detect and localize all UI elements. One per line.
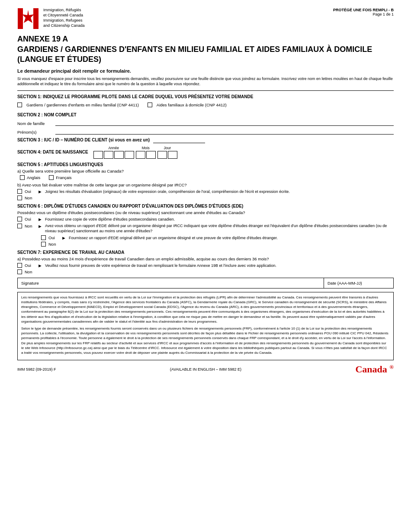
section7-header: SECTION 7: EXPERIENCE DE TRAVAIL AU CANA… [17, 250, 394, 255]
section5-oui-desc: Joignez les résultats d'évaluation (orig… [45, 189, 394, 194]
section6-header: SECTION 6 : DIPLÔME D'ÉTUDES CANADIEN OU… [17, 204, 394, 208]
section7-non-checkbox[interactable] [17, 269, 22, 274]
francais-label: Français [56, 175, 71, 180]
section6-oui-label: Oui [25, 217, 35, 221]
section7-oui-arrow: ► [38, 263, 42, 268]
section6-sub-block: Oui ► Fournissez un rapport d'EDE origin… [41, 235, 394, 247]
section6-sub-oui-desc: Fournissez un rapport d'EDE original dél… [69, 235, 394, 240]
jour-cell2[interactable] [168, 151, 177, 159]
section3-input[interactable] [153, 137, 205, 143]
signature-label: Signature [21, 281, 39, 285]
page-header: Immigration, Réfugiés et Citoyenneté Can… [17, 8, 394, 29]
signature-right: Date (AAA-MM-JJ) [324, 278, 393, 288]
lang-checkboxes: Anglais Français [20, 175, 394, 180]
annee-cell2[interactable] [104, 151, 113, 159]
section3-header: SECTION 3 : IUC / ID – NUMÉRO DE CLIENT … [17, 138, 150, 142]
section6-sub-oui-label: Oui [48, 235, 59, 240]
annexe-title: ANNEXE 19 A [17, 35, 394, 44]
jour-cell1[interactable] [157, 151, 167, 159]
nom-field-row: Nom de famille [17, 120, 394, 126]
section5-qa-label: a) Quelle sera votre première langue off… [17, 169, 394, 173]
section1-option2-row: Aides familiaux à domicile (CNP 4412) [148, 103, 227, 107]
section7-oui-row: Oui ► Veuillez nous fournir preuves de v… [17, 263, 394, 268]
mois-group: Mois [136, 146, 156, 159]
annee-cell4[interactable] [125, 151, 134, 159]
section7-qa: a) Possédez-vous au moins 24 mois d'expé… [17, 256, 394, 261]
annee-cell3[interactable] [114, 151, 124, 159]
section5-oui-arrow: ► [38, 189, 42, 194]
section7-oui-desc: Veuillez nous fournir preuves de votre e… [45, 263, 394, 268]
intro-text: Si vous manquez d'espace pour inscrire t… [17, 76, 394, 87]
section6-oui-row: Oui ► Fournissez une copie de votre dipl… [17, 217, 394, 222]
section6-sub-oui-row: Oui ► Fournissez un rapport d'EDE origin… [41, 235, 394, 240]
footer-available: (AVAILABLE IN ENGLISH – IMM 5982 E) [170, 367, 241, 372]
canada-logo-box [17, 8, 39, 29]
section1-option1-checkbox[interactable] [17, 103, 22, 107]
privacy-para1: Les renseignements que vous fournissez à… [21, 295, 390, 324]
section5-oui-checkbox[interactable] [17, 189, 22, 194]
page-number: Page 1 de 1 [333, 12, 394, 16]
section1-options: Gardiens / gardiennes d'enfants en milie… [17, 101, 394, 109]
section6-non-arrow: ► [38, 224, 42, 229]
privacy-para2: Selon le type de demande présentée, les … [21, 326, 390, 355]
annee-cell1[interactable] [93, 151, 103, 159]
section5-oui-label: Oui [25, 189, 35, 194]
prenom-input[interactable] [55, 128, 394, 135]
section6-question: Possédez-vous un diplôme d'études postse… [17, 210, 394, 215]
jour-group: Jour [157, 146, 177, 159]
section6-non-checkbox[interactable] [17, 224, 22, 228]
protege-label: PROTÉGÉ UNE FOIS REMPLI - B [333, 8, 394, 12]
francais-item: Français [49, 175, 71, 180]
mois-cell2[interactable] [146, 151, 156, 159]
nom-label: Nom de famille [17, 121, 52, 126]
section5-non-row: Non [17, 195, 394, 200]
svg-rect-1 [33, 8, 39, 29]
annee-group: Année [93, 146, 134, 159]
section2-header: SECTION 2 : NOM COMPLET [17, 112, 394, 117]
nom-input[interactable] [55, 120, 394, 126]
section6-non-row: Non ► Avez-vous obtenu un rapport d'EDE … [17, 223, 394, 234]
section5-oui-row: Oui ► Joignez les résultats d'évaluation… [17, 189, 394, 194]
section7-oui-label: Oui [25, 263, 35, 268]
section5-non-label: Non [25, 195, 32, 200]
anglais-label: Anglais [27, 175, 40, 180]
footer-row: IMM 5982 (09-2019) F (AVAILABLE IN ENGLI… [17, 364, 394, 375]
section1-option2-checkbox[interactable] [148, 103, 152, 107]
date-label: Date (AAA-MM-JJ) [328, 281, 362, 285]
footer-form-code: IMM 5982 (09-2019) F [17, 367, 56, 372]
francais-checkbox[interactable] [49, 175, 54, 180]
prenom-label: Prénom(s) [17, 130, 52, 135]
section4: SECTION 4: DATE DE NAISSANCE Année Mois [17, 146, 394, 159]
mois-cell1[interactable] [136, 151, 145, 159]
svg-rect-0 [18, 8, 23, 29]
mois-label: Mois [142, 146, 150, 150]
canada-text: Canada [355, 364, 387, 375]
section7-oui-checkbox[interactable] [17, 263, 22, 268]
header-text: Immigration, Réfugiés et Citoyenneté Can… [43, 8, 85, 28]
section5-non-checkbox[interactable] [17, 195, 22, 200]
section6-sub-non-checkbox[interactable] [41, 242, 46, 247]
section6-sub-oui-checkbox[interactable] [41, 235, 46, 240]
section1-option1-row: Gardiens / gardiennes d'enfants en milie… [17, 103, 139, 107]
section3-row: SECTION 3 : IUC / ID – NUMÉRO DE CLIENT … [17, 137, 394, 143]
header-left: Immigration, Réfugiés et Citoyenneté Can… [17, 8, 85, 29]
canada-wordmark: Canada ® [355, 364, 394, 375]
header-en-line2: and Citizenship Canada [43, 23, 85, 28]
section6-oui-checkbox[interactable] [17, 217, 22, 221]
section1-header: SECTION 1: INDIQUEZ LE PROGRAMME PILOTE … [17, 94, 394, 99]
section7-non-label: Non [25, 269, 32, 274]
section5-header: SECTION 5 : APTITUDES LINGUISTIQUES [17, 162, 394, 167]
anglais-item: Anglais [20, 175, 40, 180]
section5-qb-label: b) Avez-vous fait évaluer votre maîtrise… [17, 183, 394, 187]
section6-non-desc: Avez-vous obtenu un rapport d'EDE délivr… [45, 223, 394, 234]
anglais-checkbox[interactable] [20, 175, 25, 180]
header-fr-line1: Immigration, Réfugiés [43, 8, 85, 12]
jour-label: Jour [164, 146, 171, 150]
subtitle: Le demandeur principal doit remplir ce f… [17, 68, 394, 74]
main-title: GARDIENS / GARDIENNES D'ENFANTS EN MILIE… [17, 45, 394, 65]
section6-sub-non-label: Non [48, 242, 56, 247]
section6-sub-non-row: Non [41, 242, 394, 247]
section6-non-label: Non [25, 224, 35, 228]
annee-label: Année [108, 146, 119, 150]
footer-right: Canada ® [355, 364, 394, 375]
